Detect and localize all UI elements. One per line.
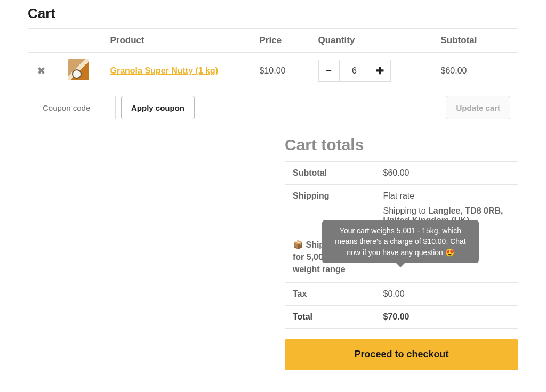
quantity-stepper: − ✚ (318, 60, 391, 82)
coupon-input[interactable] (36, 96, 116, 119)
col-price-header: Price (252, 29, 311, 53)
shipping-rate-tooltip: Your cart weighs 5,001 - 15kg, which mea… (322, 220, 479, 263)
update-cart-button[interactable]: Update cart (446, 96, 510, 119)
tax-value: $0.00 (376, 282, 518, 305)
quantity-decrease-button[interactable]: − (318, 60, 340, 82)
item-price: $10.00 (260, 66, 286, 75)
cart-table: Product Price Quantity Subtotal ✖ Granol… (28, 28, 518, 126)
product-link[interactable]: Granola Super Nutty (1 kg) (110, 66, 219, 75)
total-value: $70.00 (376, 305, 518, 328)
remove-item-icon[interactable]: ✖ (36, 65, 46, 77)
apply-coupon-button[interactable]: Apply coupon (121, 96, 195, 119)
product-thumbnail[interactable] (68, 59, 89, 80)
proceed-to-checkout-button[interactable]: Proceed to checkout (285, 339, 518, 370)
subtotal-value: $60.00 (376, 162, 518, 185)
page-title: Cart (28, 5, 518, 22)
cart-totals-title: Cart totals (285, 136, 518, 154)
tax-label: Tax (285, 282, 376, 305)
shipping-to-prefix: Shipping to (383, 206, 429, 215)
shipping-method: Flat rate (383, 191, 511, 201)
col-product-header: Product (103, 29, 252, 53)
item-subtotal: $60.00 (441, 66, 467, 75)
subtotal-label: Subtotal (285, 162, 376, 185)
quantity-input[interactable] (340, 60, 370, 82)
col-remove-header (28, 29, 60, 53)
col-thumb-header (60, 29, 103, 53)
quantity-increase-button[interactable]: ✚ (370, 60, 391, 82)
table-row: ✖ Granola Super Nutty (1 kg) $10.00 − ✚ … (28, 53, 518, 89)
cart-actions-row: Apply coupon Update cart (28, 89, 518, 126)
col-quantity-header: Quantity (311, 29, 433, 53)
package-icon: 📦 (293, 240, 303, 249)
col-subtotal-header: Subtotal (433, 29, 518, 53)
total-label: Total (285, 305, 376, 328)
